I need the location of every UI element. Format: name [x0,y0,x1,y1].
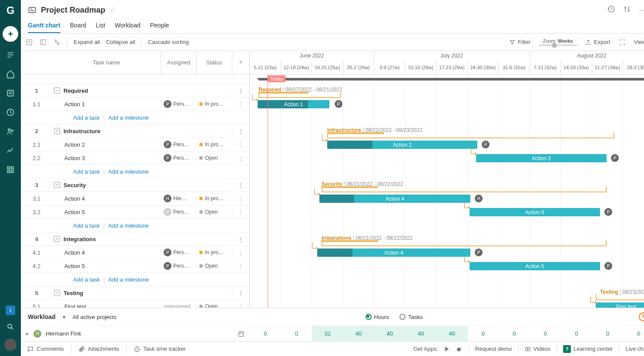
task-row[interactable]: 2.2Action 3PPers…Open⋮ [21,151,249,165]
time-tracker-button[interactable]: Task time tracker [134,346,186,353]
task-row[interactable]: 3.2Action 5PPers…Open⋮ [21,205,249,219]
collapse-toggle[interactable]: − [54,290,60,296]
week-header[interactable]: 14-20 (33w) [561,60,592,74]
workload-cell[interactable]: 40 [406,326,437,341]
group-row[interactable]: 2−Infrastructure⋮ [21,124,249,138]
workload-filter-chevron[interactable]: ▾ [63,314,66,320]
dependency-link[interactable] [464,202,470,208]
history-icon[interactable] [607,5,615,13]
task-bar[interactable]: Action 3 [476,154,607,162]
attachments-button[interactable]: Attachments [78,346,119,353]
play-store-icon[interactable] [444,346,450,352]
workload-cell[interactable]: 0 [623,326,644,341]
dependency-link[interactable] [590,296,596,302]
group-row[interactable]: 3−Security⋮ [21,178,249,192]
week-header[interactable]: 5-11 (23w) [250,60,281,74]
add-milestone-link[interactable]: Add a milestone [108,168,149,175]
expand-all-button[interactable]: Expand all [74,39,100,45]
row-menu-button[interactable]: ⋮ [232,101,249,107]
task-bar[interactable]: Action 4 [319,195,470,203]
help-icon[interactable]: ? [639,312,644,321]
workload-cell[interactable]: 40 [343,326,375,341]
dependency-link[interactable] [464,256,470,262]
workload-cell[interactable]: 0 [281,326,312,341]
export-button[interactable]: Export [585,39,610,45]
list-icon[interactable] [6,89,15,97]
task-bar[interactable]: Action 4 [317,249,470,257]
tab-workload[interactable]: Workload [115,20,141,33]
workload-cell[interactable]: 0 [592,326,624,341]
workload-cell[interactable]: 32 [312,326,343,341]
gantt-area[interactable]: ◂ June 2022July 2022August 2022 5-11 (23… [250,51,644,308]
workload-cell[interactable]: 0 [561,326,592,341]
more-icon[interactable]: ⋯ [639,5,644,15]
col-status[interactable]: Status [196,51,232,74]
radio-hours[interactable]: Hours [366,314,389,320]
collapse-toggle[interactable]: − [54,87,60,94]
settings-icon[interactable] [623,5,631,13]
dependency-link[interactable] [252,94,258,100]
dependency-link[interactable] [314,188,319,195]
collapse-all-button[interactable]: Collapse all [106,39,135,45]
filter-button[interactable]: Filter [509,39,530,45]
col-assigned[interactable]: Assigned [161,51,196,74]
group-row[interactable]: 1−Required⋮ [21,84,249,97]
week-header[interactable]: 19-25 (25w) [312,60,343,74]
hierarchy-icon[interactable] [53,38,61,46]
week-header[interactable]: 31-6 (31w) [499,60,530,74]
add-button[interactable]: + [3,26,18,42]
dependency-link[interactable] [471,148,476,154]
team-icon[interactable] [6,127,15,136]
collapse-toggle[interactable]: − [54,236,60,242]
tab-list[interactable]: List [96,20,105,33]
analytics-icon[interactable] [6,146,15,155]
add-milestone-link[interactable]: Add a milestone [108,276,149,283]
calendar-icon[interactable] [238,330,245,337]
collapse-toggle[interactable]: − [54,128,60,134]
star-icon[interactable]: ☆ [110,5,117,15]
row-menu-button[interactable]: ⋮ [232,236,249,242]
task-row[interactable]: 4.1Action 4PPers…In pro…⋮ [21,246,249,259]
row-menu-button[interactable]: ⋮ [232,182,249,188]
group-row[interactable]: 4−Integrations⋮ [21,232,249,246]
app-store-icon[interactable] [456,346,463,352]
workload-cell[interactable]: 40 [436,326,468,341]
week-header[interactable]: 28-3 (35w) [623,60,644,74]
workload-expand-icon[interactable]: ▸ [26,330,29,337]
user-avatar[interactable] [4,339,17,351]
row-menu-button[interactable]: ⋮ [232,249,249,256]
add-task-link[interactable]: Add a task [73,222,100,229]
add-task-link[interactable]: Add a task [73,276,100,283]
week-header[interactable]: 24-30 (30w) [468,60,499,74]
zoom-control[interactable]: Zoom: Weeks [538,38,577,46]
task-bar[interactable]: Action 2 [327,141,477,149]
workload-cell[interactable]: 0 [250,326,281,341]
tab-people[interactable]: People [150,20,169,33]
tab-board[interactable]: Board [70,20,86,33]
cascade-sort-button[interactable]: Cascade sorting [148,39,189,45]
week-header[interactable]: 21-27 (34w) [592,60,624,74]
workload-cell[interactable]: 0 [530,326,561,341]
live-chat-link[interactable]: Live chat [625,346,644,352]
workload-cell[interactable]: 0 [499,326,530,341]
notification-badge[interactable]: 1 [6,306,15,315]
row-menu-button[interactable]: ⋮ [232,290,249,296]
columns-icon[interactable] [39,38,47,46]
dependency-link[interactable] [312,242,317,249]
task-bar[interactable]: Action 5 [470,208,600,216]
fit-icon[interactable] [618,38,626,46]
apps-icon[interactable] [6,165,15,174]
row-menu-button[interactable]: ⋮ [232,87,249,94]
workload-person[interactable]: Hermann Fink [46,330,81,337]
row-menu-button[interactable]: ⋮ [232,141,249,148]
week-header[interactable]: 7-13 (32w) [530,60,561,74]
add-milestone-link[interactable]: Add a milestone [108,114,149,121]
task-bar[interactable]: Action 5 [470,262,600,270]
row-menu-button[interactable]: ⋮ [232,155,249,161]
home-icon[interactable] [6,70,15,78]
collapse-toggle[interactable]: − [54,182,60,188]
task-bar[interactable]: Action 1 [258,100,329,108]
row-menu-button[interactable]: ⋮ [232,263,249,269]
row-menu-button[interactable]: ⋮ [232,209,249,215]
week-header[interactable]: 26-2 (26w) [343,60,375,74]
